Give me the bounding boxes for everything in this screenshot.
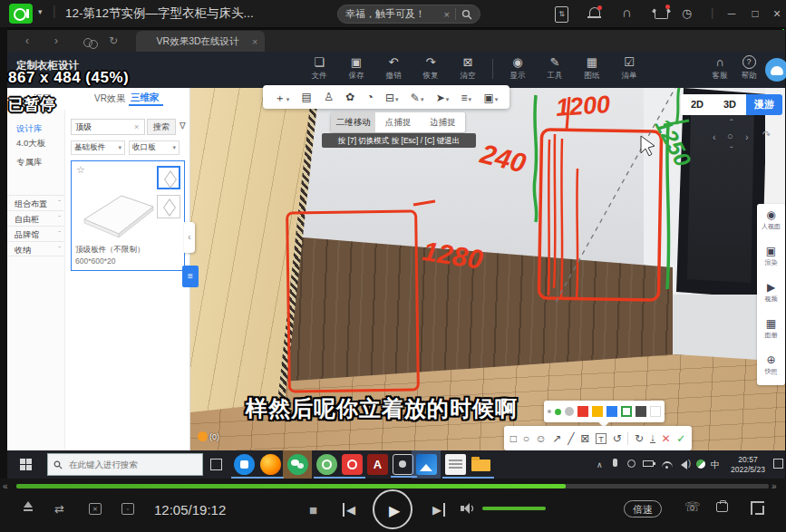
close-button[interactable]: × <box>765 4 786 24</box>
arrow-tool-icon[interactable]: ↗ <box>553 433 562 444</box>
color-dark-gray[interactable] <box>636 406 646 417</box>
toolbar-display-button[interactable]: ◉显示 <box>505 55 530 82</box>
seek-forward-icon[interactable]: » <box>771 481 777 491</box>
stop-button[interactable]: ■ <box>309 502 317 517</box>
player-search-value[interactable]: 幸福，触手可及！ <box>345 7 439 21</box>
subtitle-toggle-icon[interactable]: ✕ <box>89 503 102 515</box>
color-red[interactable] <box>577 406 588 417</box>
save-download-icon[interactable]: ↓ <box>650 433 655 444</box>
taskbar-app-recorder[interactable] <box>342 454 363 475</box>
color-white[interactable] <box>650 406 661 417</box>
phone-mirror-icon[interactable]: ☏ <box>684 499 701 514</box>
seek-back-icon[interactable]: « <box>3 481 8 491</box>
category-dropdown[interactable]: 基础板件▾ <box>71 140 125 155</box>
sticker-tool-icon[interactable]: ☺ <box>536 433 547 444</box>
brush-size-large[interactable] <box>565 407 574 416</box>
toolbox-icon[interactable] <box>716 502 728 512</box>
player-logo-icon[interactable] <box>9 4 33 24</box>
filter-icon[interactable]: ∇ <box>180 121 186 131</box>
color-blue[interactable] <box>606 406 617 417</box>
toolbar-save-button[interactable]: ▣保存 <box>344 55 369 82</box>
volume-bar[interactable] <box>482 507 546 510</box>
toolbar-drawing-button[interactable]: ▦图纸 <box>579 55 605 82</box>
brush-size-small[interactable] <box>548 410 551 413</box>
volume-icon[interactable] <box>461 502 476 515</box>
section-free-cabinet[interactable]: 自由柜ˇ <box>7 210 65 226</box>
toolbar-tools-button[interactable]: ✎工具 <box>542 55 568 82</box>
taskbar-app-photos[interactable] <box>416 454 437 475</box>
taskbar-app-chat[interactable] <box>234 454 255 475</box>
taskbar-app-wechat[interactable] <box>287 454 308 475</box>
rect-tool-icon[interactable]: □ <box>510 433 517 444</box>
tray-green-app-icon[interactable] <box>696 459 705 469</box>
browser-forward-icon[interactable]: › <box>54 30 58 53</box>
ellipse-tool-icon[interactable]: ○ <box>523 433 529 444</box>
notification-bell-icon[interactable] <box>589 7 600 16</box>
logo-caret-icon[interactable]: ▾ <box>38 8 43 16</box>
speed-button[interactable]: 倍速 <box>624 500 662 517</box>
toolbar-file-button[interactable]: ❏文件 <box>306 55 332 82</box>
mosaic-tool-icon[interactable]: ⊠ <box>580 433 589 444</box>
history-clock-icon[interactable]: ◷ <box>682 7 692 19</box>
task-view-button[interactable] <box>210 459 222 470</box>
taskbar-search-input[interactable] <box>67 459 189 470</box>
toolbar-list-button[interactable]: ☑清单 <box>616 55 642 82</box>
player-search-box[interactable]: 幸福，触手可及！ × <box>337 5 480 24</box>
variant-thumb-selected[interactable] <box>157 166 180 189</box>
catalog-item-card[interactable]: ☆ 顶级板件（不限制） 600*600*20 <box>71 160 185 271</box>
tab-sanweijia[interactable]: 三维家 <box>131 92 160 104</box>
speaker-icon[interactable] <box>681 460 687 469</box>
subcategory-dropdown[interactable]: 收口板▾ <box>129 140 180 155</box>
microphone-icon[interactable] <box>613 459 617 467</box>
tab-close-icon[interactable]: × <box>252 37 257 47</box>
help-button[interactable]: ?帮助 <box>736 55 762 82</box>
brush-size-medium[interactable] <box>555 409 561 415</box>
message-badge[interactable]: (0) <box>198 431 219 441</box>
section-combination[interactable]: 组合布置ˇ <box>7 195 65 210</box>
taskbar-app-explorer[interactable] <box>471 454 491 475</box>
panel-menu-button[interactable]: ≡ <box>182 266 199 287</box>
taskbar-app-notes[interactable] <box>445 454 466 475</box>
taskbar-app-wechat-active-slot[interactable] <box>283 450 312 479</box>
taskbar-app-autocad[interactable]: A <box>367 454 388 475</box>
play-button[interactable]: ▶ <box>373 489 412 529</box>
wifi-icon[interactable] <box>662 461 673 474</box>
user-avatar[interactable] <box>765 58 786 82</box>
search-clear-icon[interactable]: × <box>444 9 450 20</box>
color-green-selected[interactable] <box>621 406 632 417</box>
eject-open-icon[interactable] <box>24 501 33 511</box>
previous-button[interactable]: ◀ <box>343 503 355 517</box>
section-storage[interactable]: 收纳ˇ <box>7 241 65 256</box>
tray-expand-icon[interactable]: ∧ <box>597 460 603 469</box>
cancel-icon[interactable]: ✕ <box>662 433 671 444</box>
nav-item-exclusive-lib[interactable]: 专属库 <box>16 157 43 169</box>
ime-indicator[interactable]: 中 <box>711 459 720 471</box>
headset-icon[interactable]: ∩ <box>622 5 632 20</box>
taskbar-search[interactable] <box>47 453 203 476</box>
screen-cast-icon[interactable]: ⇅ <box>555 6 568 23</box>
toolbar-undo-button[interactable]: ↶撤销 <box>381 55 406 82</box>
next-button[interactable]: ▶ <box>432 503 445 517</box>
pen-tool-icon[interactable]: ╱ <box>568 433 574 444</box>
start-button[interactable] <box>20 459 32 470</box>
loop-icon[interactable]: ⇄ <box>54 502 64 516</box>
toolbar-clear-button[interactable]: ⊠清空 <box>455 55 480 82</box>
taskbar-app-capture[interactable] <box>393 454 413 475</box>
undo-icon[interactable]: ↺ <box>613 433 622 444</box>
tray-user-icon[interactable] <box>627 459 636 468</box>
color-yellow[interactable] <box>592 406 603 417</box>
action-center-icon[interactable] <box>773 459 783 469</box>
link-icon[interactable] <box>83 38 92 47</box>
confirm-icon[interactable]: ✓ <box>676 433 685 444</box>
toolbar-redo-button[interactable]: ↷恢复 <box>418 55 443 82</box>
input-clear-icon[interactable]: × <box>134 122 139 131</box>
shirt-skin-icon[interactable] <box>655 10 668 19</box>
taskbar-app-green[interactable] <box>316 454 337 475</box>
browser-tab[interactable]: VR效果3D在线设计 × <box>136 31 265 53</box>
seek-bar[interactable] <box>16 484 769 488</box>
minimize-button[interactable]: ─ <box>720 4 743 24</box>
taskbar-app-photos-active-slot[interactable] <box>412 450 441 479</box>
taskbar-app-firefox[interactable] <box>260 454 281 475</box>
tray-clock[interactable]: 20:572022/5/23 <box>725 455 771 474</box>
catalog-search-button[interactable]: 搜索 <box>147 119 176 135</box>
